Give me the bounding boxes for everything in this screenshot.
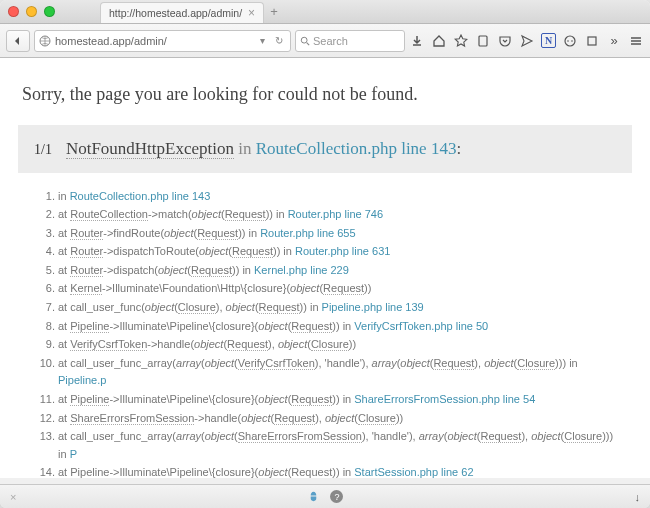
pocket-icon[interactable] [497,33,513,49]
window-titlebar: http://homestead.app/admin/ × + [0,0,650,24]
new-tab-button[interactable]: + [264,2,284,23]
toolbar-icons: N » [409,33,644,49]
bookmark-star-icon[interactable] [453,33,469,49]
svg-rect-3 [479,36,487,46]
overflow-icon[interactable]: » [606,33,622,49]
status-download-arrow-icon[interactable]: ↓ [635,491,641,503]
trace-line: at Router->dispatchToRoute(object(Reques… [58,243,624,262]
svg-line-2 [307,42,310,45]
status-bar: × ? ↓ [0,484,650,508]
help-icon[interactable]: ? [330,490,343,503]
stack-trace: in RouteCollection.php line 143 at Route… [18,173,632,478]
puzzle-icon[interactable] [584,33,600,49]
trace-line: in RouteCollection.php line 143 [58,187,624,206]
exception-location[interactable]: RouteCollection.php line 143 [256,139,457,158]
clipboard-icon[interactable] [475,33,491,49]
zoom-window-button[interactable] [44,6,55,17]
exception-header: 1/1 NotFoundHttpException in RouteCollec… [18,125,632,173]
address-bar[interactable]: homestead.app/admin/ ▾ ↻ [34,30,291,52]
reload-icon[interactable]: ↻ [272,35,286,46]
status-left-close-icon[interactable]: × [10,491,16,503]
exception-name: NotFoundHttpException [66,139,234,159]
search-placeholder: Search [313,35,348,47]
trace-line: at call_user_func_array(array(object(Ver… [58,354,624,390]
home-icon[interactable] [431,33,447,49]
trace-line: at Router->dispatch(object(Request)) in … [58,261,624,280]
svg-point-4 [565,36,575,46]
error-message: Sorry, the page you are looking for coul… [18,72,632,125]
trace-line: at Pipeline->Illuminate\Pipeline\{closur… [58,464,624,478]
trace-line: at ShareErrorsFromSession->handle(object… [58,409,624,428]
close-tab-icon[interactable]: × [248,6,255,20]
url-dropdown-icon[interactable]: ▾ [257,35,268,46]
page-content: Sorry, the page you are looking for coul… [0,58,650,478]
browser-tab[interactable]: http://homestead.app/admin/ × [100,2,264,23]
svg-point-5 [567,40,569,42]
url-text: homestead.app/admin/ [55,35,253,47]
tab-title: http://homestead.app/admin/ [109,7,242,19]
firebug-icon[interactable] [307,490,320,503]
send-icon[interactable] [519,33,535,49]
search-bar[interactable]: Search [295,30,405,52]
globe-icon [39,35,51,47]
tab-strip: http://homestead.app/admin/ × + [100,2,284,23]
downloads-icon[interactable] [409,33,425,49]
close-window-button[interactable] [8,6,19,17]
trace-line: at Kernel->Illuminate\Foundation\Http\{c… [58,280,624,299]
menu-icon[interactable] [628,33,644,49]
trace-line: at call_user_func(object(Closure), objec… [58,299,624,318]
trace-line: at RouteCollection->match(object(Request… [58,206,624,225]
search-icon [300,36,310,46]
exception-title: NotFoundHttpException in RouteCollection… [66,139,461,159]
svg-rect-7 [588,37,596,45]
back-button[interactable] [6,30,30,52]
extension-n-icon[interactable]: N [541,33,556,48]
svg-point-1 [301,37,307,43]
exception-counter: 1/1 [34,142,52,158]
traffic-lights [8,6,55,17]
svg-point-6 [571,40,573,42]
chat-icon[interactable] [562,33,578,49]
back-arrow-icon [13,36,23,46]
browser-toolbar: homestead.app/admin/ ▾ ↻ Search N » [0,24,650,58]
trace-line: at call_user_func_array(array(object(Sha… [58,428,624,464]
minimize-window-button[interactable] [26,6,37,17]
trace-line: at VerifyCsrfToken->handle(object(Reques… [58,336,624,355]
trace-line: at Pipeline->Illuminate\Pipeline\{closur… [58,391,624,410]
trace-line: at Pipeline->Illuminate\Pipeline\{closur… [58,317,624,336]
in-word: in [238,139,255,158]
trace-line: at Router->findRoute(object(Request)) in… [58,224,624,243]
